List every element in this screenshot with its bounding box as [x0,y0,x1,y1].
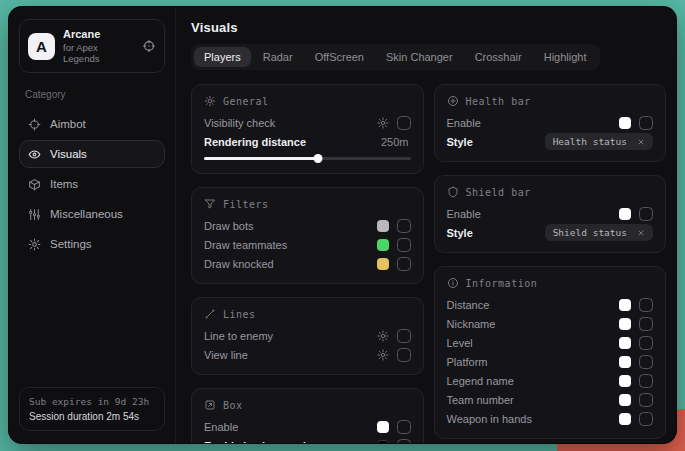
checkbox[interactable] [397,439,411,444]
tab-bar: PlayersRadarOffScreenSkin ChangerCrossha… [191,44,600,70]
setting-controls [377,348,411,362]
checkbox[interactable] [639,298,653,312]
sub-expiry-text: Sub expires in 9d 23h [29,396,155,407]
sidebar-item-items[interactable]: Items [19,170,165,198]
sidebar-item-aimbot[interactable]: Aimbot [19,110,165,138]
tab-highlight[interactable]: Highlight [534,47,597,67]
setting-row: Draw teammates [204,235,411,254]
checkbox[interactable] [397,238,411,252]
settings-icon[interactable] [377,349,389,361]
setting-controls [377,439,411,444]
checkbox[interactable] [397,420,411,434]
tab-skin-changer[interactable]: Skin Changer [376,47,463,67]
setting-controls [619,412,653,426]
color-swatch[interactable] [619,413,631,425]
setting-controls [619,336,653,350]
checkbox[interactable] [639,355,653,369]
sun-icon [204,95,216,107]
setting-label: Level [447,337,610,349]
sidebar-item-miscellaneous[interactable]: Miscellaneous [19,200,165,228]
setting-row: Enable [447,113,654,132]
color-swatch[interactable] [619,394,631,406]
card-lines: LinesLine to enemyView line [191,297,424,375]
card-title: Lines [223,309,256,320]
slider-thumb[interactable] [313,154,322,163]
color-swatch[interactable] [619,318,631,330]
card-title: Shield bar [466,187,531,198]
setting-label: Legend name [447,375,610,387]
sidebar-item-visuals[interactable]: Visuals [19,140,165,168]
setting-label: Enable [447,117,610,129]
checkbox[interactable] [639,317,653,331]
setting-label: Style [447,136,535,148]
close-icon[interactable] [637,138,645,146]
color-swatch[interactable] [619,299,631,311]
checkbox[interactable] [397,219,411,233]
color-swatch[interactable] [377,258,389,270]
sidebar-item-label: Aimbot [50,118,86,130]
checkbox[interactable] [397,257,411,271]
subscription-info-card: Sub expires in 9d 23h Session duration 2… [19,387,165,431]
page-title: Visuals [191,20,666,35]
tab-crosshair[interactable]: Crosshair [465,47,532,67]
setting-controls [619,317,653,331]
setting-controls [619,298,653,312]
color-swatch[interactable] [377,421,389,433]
card-title: Information [466,278,538,289]
target-icon[interactable] [142,39,156,53]
color-swatch[interactable] [377,440,389,444]
setting-label: Weapon in hands [447,413,610,425]
checkbox[interactable] [639,336,653,350]
checkbox[interactable] [639,393,653,407]
checkbox[interactable] [397,348,411,362]
color-swatch[interactable] [619,208,631,220]
style-select[interactable]: Health status [545,133,653,150]
color-swatch[interactable] [619,356,631,368]
setting-controls [377,238,411,252]
checkbox[interactable] [397,116,411,130]
desktop-background: A Arcane for Apex Legends Category Aimbo… [0,0,685,451]
card-shield-bar: Shield barEnableStyleShield status [434,175,667,253]
checkbox[interactable] [639,116,653,130]
setting-controls [619,393,653,407]
color-swatch[interactable] [377,220,389,232]
checkbox[interactable] [639,412,653,426]
style-select-value: Health status [553,136,627,147]
card-general: GeneralVisibility checkRendering distanc… [191,84,424,174]
settings-icon[interactable] [377,330,389,342]
tab-offscreen[interactable]: OffScreen [305,47,374,67]
setting-label: Enable background [204,440,367,444]
style-select[interactable]: Shield status [545,224,653,241]
checkbox[interactable] [639,207,653,221]
card-information: InformationDistanceNicknameLevelPlatform… [434,266,667,439]
setting-row: Level [447,333,654,352]
card-header: Lines [204,308,411,320]
color-swatch[interactable] [619,337,631,349]
setting-controls [377,257,411,271]
setting-controls [619,355,653,369]
settings-icon[interactable] [377,117,389,129]
color-swatch[interactable] [619,117,631,129]
card-filters: FiltersDraw botsDraw teammatesDraw knock… [191,187,424,284]
setting-row: Line to enemy [204,326,411,345]
app-logo: A [28,33,55,60]
setting-row: View line [204,345,411,364]
color-swatch[interactable] [377,239,389,251]
setting-row: StyleShield status [447,223,654,242]
card-title: Health bar [466,96,531,107]
rendering-distance-slider[interactable] [204,154,411,163]
color-swatch[interactable] [619,375,631,387]
setting-label: View line [204,349,367,361]
setting-label: Draw teammates [204,239,367,251]
style-select-value: Shield status [553,227,627,238]
card-title: Box [223,400,243,411]
tab-radar[interactable]: Radar [253,47,303,67]
close-icon[interactable] [637,229,645,237]
checkbox[interactable] [397,329,411,343]
sidebar-item-settings[interactable]: Settings [19,230,165,258]
setting-label: Distance [447,299,610,311]
setting-label: Draw bots [204,220,367,232]
checkbox[interactable] [639,374,653,388]
setting-row: Enable background [204,436,411,443]
tab-players[interactable]: Players [194,47,251,67]
